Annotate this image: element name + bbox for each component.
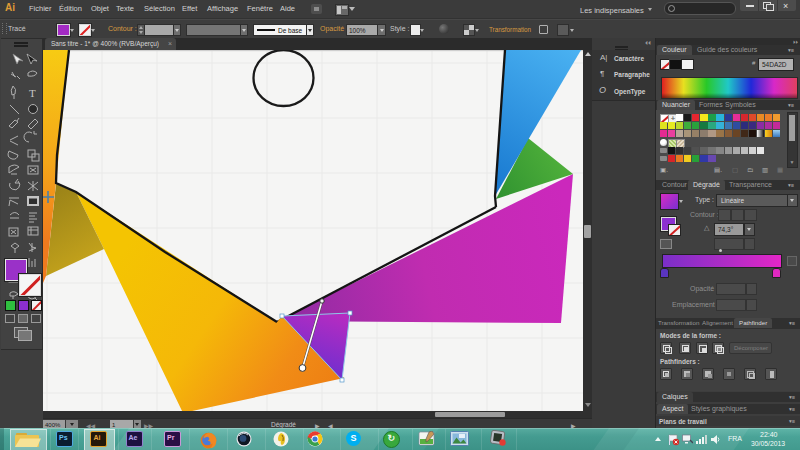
svg-text:T: T xyxy=(29,87,36,99)
